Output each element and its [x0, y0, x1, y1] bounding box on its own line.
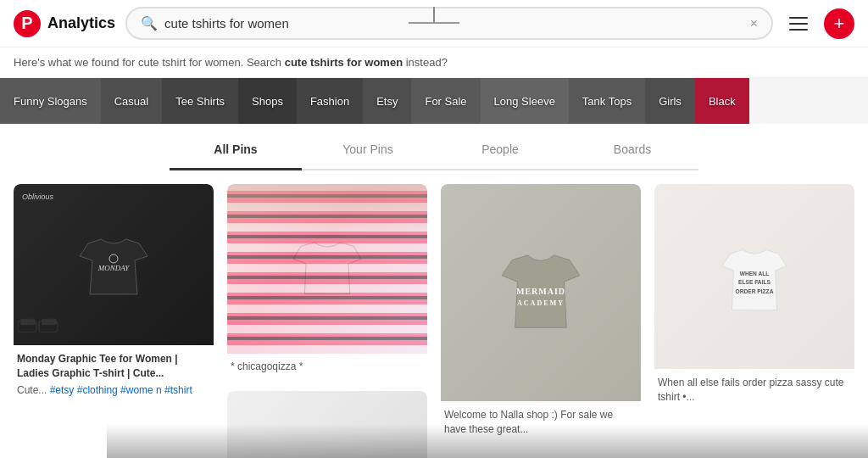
clear-icon[interactable]: ×: [750, 16, 758, 31]
filter-chips-container: Funny Slogans Casual Tee Shirts Shops Fa…: [0, 78, 868, 124]
chip-funny-slogans[interactable]: Funny Slogans: [0, 78, 101, 124]
svg-text:ELSE FAILS: ELSE FAILS: [738, 279, 771, 285]
chip-label: Etsy: [376, 95, 398, 108]
tab-people[interactable]: People: [434, 131, 566, 170]
chip-label: Long Sleeve: [494, 95, 555, 108]
pin-meta-1: Monday Graphic Tee for Women | Ladies Gr…: [14, 345, 214, 399]
pin-desc-4: When all else fails order pizza sassy cu…: [658, 376, 851, 405]
shirt-svg-1: MONDAY: [71, 226, 156, 303]
chip-for-sale[interactable]: For Sale: [411, 78, 480, 124]
shirt-svg-4: WHEN ALL ELSE FAILS ORDER PIZZA: [712, 242, 797, 318]
tabs: All Pins Your Pins People Boards: [170, 131, 698, 170]
pin-title-1: Monday Graphic Tee for Women | Ladies Gr…: [17, 352, 210, 381]
info-bar: Here's what we found for cute tshirt for…: [0, 47, 868, 78]
pin-card-3[interactable]: MERMAID ACADEMY Welcome to Nalla shop :)…: [441, 184, 641, 440]
chip-long-sleeve[interactable]: Long Sleeve: [481, 78, 569, 124]
pin-card-2[interactable]: * chicagoqizza *: [227, 184, 427, 377]
pins-grid: Oblivious MONDAY Monday Graphic Tee for …: [0, 170, 868, 458]
chip-label: For Sale: [425, 95, 466, 108]
header-icons: +: [783, 8, 854, 39]
pin-column-2: * chicagoqizza *: [227, 184, 427, 458]
chip-etsy[interactable]: Etsy: [363, 78, 411, 124]
shoes-svg: [18, 307, 60, 341]
chip-label: Girls: [659, 95, 682, 108]
chip-label: Funny Slogans: [14, 95, 87, 108]
svg-text:ACADEMY: ACADEMY: [517, 299, 565, 307]
chip-tank-tops[interactable]: Tank Tops: [569, 78, 645, 124]
pin-column-1: Oblivious MONDAY Monday Graphic Tee for …: [14, 184, 214, 413]
chip-girls[interactable]: Girls: [645, 78, 695, 124]
pin-image-3: MERMAID ACADEMY: [441, 184, 641, 401]
analytics-label: Analytics: [47, 14, 115, 32]
tabs-wrapper: All Pins Your Pins People Boards: [0, 124, 868, 170]
tab-boards[interactable]: Boards: [566, 131, 698, 170]
svg-rect-3: [20, 319, 36, 326]
pin-tags-1: Cute... #etsy #clothing #wome n #tshirt: [17, 384, 210, 396]
svg-text:ORDER PIZZA: ORDER PIZZA: [736, 288, 774, 294]
pin-meta-4: When all else fails order pizza sassy cu…: [654, 369, 854, 408]
svg-rect-5: [42, 319, 57, 326]
chip-label: Tee Shirts: [175, 95, 225, 108]
menu-icon[interactable]: [783, 8, 814, 39]
svg-text:WHEN ALL: WHEN ALL: [740, 271, 770, 276]
brand-label: Oblivious: [22, 193, 53, 201]
chip-label: Tank Tops: [582, 95, 632, 108]
pin-card[interactable]: Oblivious MONDAY Monday Graphic Tee for …: [14, 184, 214, 399]
add-pin-button[interactable]: +: [824, 8, 854, 39]
pin-image-1: Oblivious MONDAY: [14, 184, 214, 345]
pinterest-logo[interactable]: P: [14, 10, 41, 37]
chip-label: Casual: [114, 95, 148, 108]
info-suffix: instead?: [403, 56, 448, 69]
shirt-svg-3: MERMAID ACADEMY: [494, 246, 587, 339]
search-icon: 🔍: [141, 15, 158, 31]
info-bold: cute tshirts for women: [285, 56, 403, 69]
chip-label: Black: [709, 95, 736, 108]
pin-column-4: WHEN ALL ELSE FAILS ORDER PIZZA When all…: [654, 184, 854, 422]
info-prefix: Here's what we found for cute tshirt for…: [14, 56, 285, 69]
tab-your-pins[interactable]: Your Pins: [302, 131, 434, 170]
pin-meta-2: * chicagoqizza *: [227, 354, 427, 377]
pin-column-3: MERMAID ACADEMY Welcome to Nalla shop :)…: [441, 184, 641, 454]
logo-container: P Analytics: [14, 10, 115, 37]
chip-shops[interactable]: Shops: [238, 78, 297, 124]
chip-label: Shops: [252, 95, 283, 108]
tab-all-pins[interactable]: All Pins: [170, 131, 302, 170]
pin-card-4[interactable]: WHEN ALL ELSE FAILS ORDER PIZZA When all…: [654, 184, 854, 408]
chip-label: Fashion: [310, 95, 349, 108]
pin-image-4: WHEN ALL ELSE FAILS ORDER PIZZA: [654, 184, 854, 369]
chip-black[interactable]: Black: [695, 78, 749, 124]
shirt-svg-2: [289, 235, 365, 303]
svg-text:MONDAY: MONDAY: [97, 264, 131, 272]
chip-casual[interactable]: Casual: [101, 78, 162, 124]
pin-source-2: * chicagoqizza *: [231, 360, 424, 372]
chip-fashion[interactable]: Fashion: [297, 78, 363, 124]
person-hint: [227, 184, 427, 235]
hamburger-lines: [789, 17, 808, 31]
svg-text:MERMAID: MERMAID: [516, 287, 565, 296]
pin-image-2: [227, 184, 427, 354]
chip-tee-shirts[interactable]: Tee Shirts: [162, 78, 238, 124]
